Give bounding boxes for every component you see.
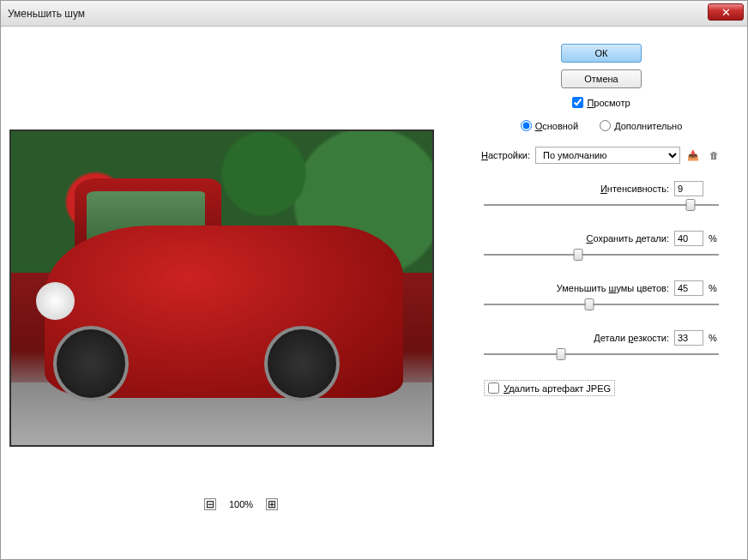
preserve-percent: % <box>709 233 719 244</box>
zoom-level: 100% <box>229 499 253 509</box>
dialog-title: Уменьшить шум <box>8 8 85 20</box>
save-icon: 📥 <box>687 150 699 161</box>
minus-icon: ⊟ <box>206 499 214 509</box>
zoom-in-button[interactable]: ⊞ <box>266 498 278 510</box>
mode-advanced-label: Дополнительно <box>614 121 682 131</box>
delete-preset-button[interactable]: 🗑 <box>706 148 721 163</box>
save-preset-button[interactable]: 📥 <box>685 148 701 163</box>
image-headlight <box>36 282 74 320</box>
intensity-slider-group: Интенсивность: <box>477 181 726 208</box>
jpeg-artifact-row: Удалить артефакт JPEG <box>484 380 615 396</box>
colornoise-slider-group: Уменьшить шумы цветов: % <box>477 280 726 308</box>
colornoise-thumb[interactable] <box>585 298 594 310</box>
sharpen-percent: % <box>709 333 719 343</box>
title-bar: Уменьшить шум ✕ <box>1 1 747 27</box>
sharpen-slider-group: Детали резкости: % <box>477 330 726 358</box>
intensity-thumb[interactable] <box>686 199 696 211</box>
mode-basic-item: Основной <box>521 120 578 131</box>
mode-advanced-item: Дополнительно <box>600 120 682 131</box>
intensity-input[interactable] <box>674 181 703 196</box>
mode-basic-radio[interactable] <box>521 120 532 131</box>
preserve-slider[interactable] <box>484 251 719 258</box>
plus-icon: ⊞ <box>268 499 276 509</box>
image-wheel-rear <box>264 326 340 401</box>
mode-basic-label: Основной <box>535 121 578 131</box>
ok-button[interactable]: ОК <box>561 44 642 63</box>
close-button[interactable]: ✕ <box>708 3 744 21</box>
preview-pane: ⊟ 100% ⊞ <box>9 35 473 551</box>
preserve-thumb[interactable] <box>573 249 582 261</box>
jpeg-artifact-label: Удалить артефакт JPEG <box>504 383 611 394</box>
colornoise-slider[interactable] <box>484 301 719 308</box>
settings-label: Настройки: <box>481 150 530 160</box>
colornoise-input[interactable] <box>674 280 703 296</box>
dialog-content: ⊟ 100% ⊞ ОК Отмена Просмотр Основной Доп… <box>1 27 747 559</box>
preview-label-text: росмотр <box>594 98 630 108</box>
colornoise-percent: % <box>709 283 719 293</box>
sharpen-thumb[interactable] <box>557 348 566 360</box>
preview-image[interactable] <box>9 129 434 447</box>
preserve-input[interactable] <box>674 231 703 246</box>
controls-pane: ОК Отмена Просмотр Основной Дополнительн… <box>473 35 739 551</box>
reduce-noise-dialog: Уменьшить шум ✕ ⊟ 100% ⊞ ОК Отмена <box>0 0 748 560</box>
preserve-slider-group: Сохранить детали: % <box>477 231 726 258</box>
trash-icon: 🗑 <box>709 150 719 160</box>
sharpen-input[interactable] <box>674 330 703 346</box>
mode-radio-group: Основной Дополнительно <box>477 120 726 131</box>
colornoise-label: Уменьшить шумы цветов: <box>557 283 669 293</box>
sharpen-label: Детали резкости: <box>594 333 669 343</box>
jpeg-artifact-checkbox[interactable] <box>488 382 499 394</box>
zoom-controls: ⊟ 100% ⊞ <box>9 498 473 510</box>
image-wheel-front <box>53 326 129 401</box>
preview-checkbox[interactable] <box>572 97 583 108</box>
intensity-slider[interactable] <box>484 202 719 208</box>
preview-label: Просмотр <box>587 98 630 108</box>
settings-dropdown[interactable]: По умолчанию <box>535 147 680 164</box>
preserve-label: Сохранить детали: <box>586 233 669 244</box>
sharpen-slider[interactable] <box>484 351 719 358</box>
close-icon: ✕ <box>721 6 731 19</box>
mode-advanced-radio[interactable] <box>600 120 611 131</box>
intensity-label: Интенсивность: <box>600 184 669 194</box>
settings-row: Настройки: По умолчанию 📥 🗑 <box>477 147 726 164</box>
preview-checkbox-row: Просмотр <box>477 97 726 108</box>
zoom-out-button[interactable]: ⊟ <box>204 498 216 510</box>
cancel-button[interactable]: Отмена <box>561 69 642 88</box>
